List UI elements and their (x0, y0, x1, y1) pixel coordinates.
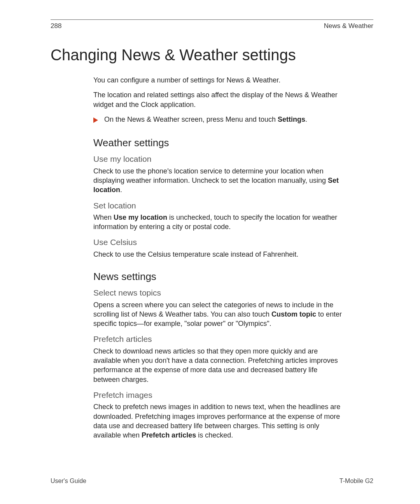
text: On the News & Weather screen, press (104, 116, 226, 123)
menu-label: Menu (226, 116, 243, 123)
use-my-location-bold: Use my location (114, 214, 167, 221)
page-footer: User's Guide T-Mobile G2 (51, 478, 373, 485)
instruction-row: On the News & Weather screen, press Menu… (93, 115, 342, 125)
custom-topic-bold: Custom topic (271, 310, 316, 318)
use-celsius-body: Check to use the Celsius temperature sca… (93, 250, 342, 259)
text: . (120, 186, 122, 194)
triangle-right-icon (93, 116, 101, 125)
footer-right: T-Mobile G2 (340, 478, 373, 485)
prefetch-articles-bold: Prefetch articles (142, 431, 196, 439)
instruction-text: On the News & Weather screen, press Menu… (104, 115, 307, 124)
text: is checked. (196, 431, 233, 439)
text: When (93, 214, 114, 221)
prefetch-images-body: Check to prefetch news images in additio… (93, 402, 342, 440)
footer-left: User's Guide (51, 478, 86, 485)
news-settings-heading: News settings (93, 270, 342, 284)
header-section: News & Weather (324, 22, 373, 30)
settings-label: Settings (278, 116, 305, 123)
text: . (305, 116, 307, 123)
intro-paragraph-2: The location and related settings also a… (93, 90, 342, 109)
text: and touch (243, 116, 278, 123)
prefetch-articles-body: Check to download news articles so that … (93, 346, 342, 384)
use-celsius-title: Use Celsius (93, 237, 342, 248)
select-topics-body: Opens a screen where you can select the … (93, 300, 342, 329)
select-topics-title: Select news topics (93, 287, 342, 298)
use-my-location-title: Use my location (93, 154, 342, 164)
page-header: 288 News & Weather (51, 22, 373, 30)
svg-marker-0 (93, 117, 98, 123)
page: 288 News & Weather Changing News & Weath… (0, 0, 420, 504)
page-title: Changing News & Weather settings (51, 46, 373, 64)
weather-settings-heading: Weather settings (93, 136, 342, 150)
set-location-title: Set location (93, 200, 342, 211)
page-number: 288 (51, 22, 61, 30)
set-location-body: When Use my location is unchecked, touch… (93, 213, 342, 232)
use-my-location-body: Check to use the phone's location servic… (93, 166, 342, 195)
prefetch-images-title: Prefetch images (93, 390, 342, 401)
intro-paragraph-1: You can configure a number of settings f… (93, 75, 342, 85)
prefetch-articles-title: Prefetch articles (93, 334, 342, 345)
content-area: You can configure a number of settings f… (93, 75, 342, 440)
text: Check to use the phone's location servic… (93, 167, 328, 184)
header-rule (51, 19, 373, 20)
